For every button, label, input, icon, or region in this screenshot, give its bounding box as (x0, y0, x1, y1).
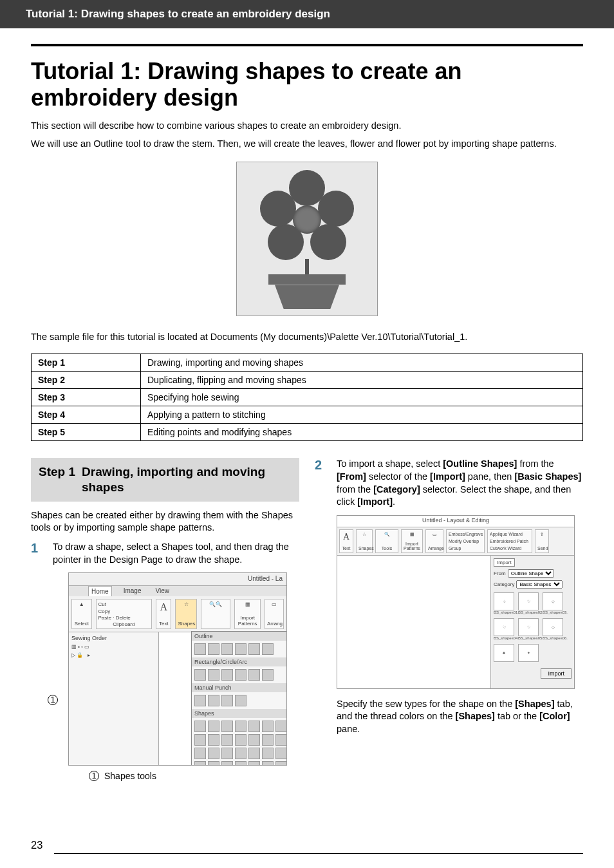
shapes-button[interactable]: ☆Shapes (356, 529, 373, 553)
edit-group: Emboss/Engrave Modify Overlap Group (446, 529, 485, 553)
shape-thumb[interactable]: ✦ (518, 644, 539, 662)
table-row: Step 4Applying a pattern to stitching (32, 406, 583, 424)
hero-illustration (236, 162, 378, 316)
page-header: Tutorial 1: Drawing shapes to create an … (0, 0, 614, 28)
shape-thumb[interactable]: ♣ (494, 644, 514, 662)
step-title: Drawing, importing and moving shapes (82, 464, 292, 495)
category-label: Category (494, 581, 514, 587)
list-item-1: 1 To draw a shape, select a Shapes tool,… (31, 541, 299, 566)
table-row: Step 1Drawing, importing and moving shap… (32, 354, 583, 372)
list-number: 1 (31, 541, 44, 566)
outline-tool-icon[interactable] (194, 643, 206, 655)
table-row: Step 2Duplicating, flipping and moving s… (32, 372, 583, 389)
dropdown-section-rect: Rectangle/Circle/Arc (192, 657, 287, 666)
shape-thumb[interactable]: ◇BS_shapes06. (543, 618, 563, 640)
ribbon: ▲Select Cut Copy Paste · Delete Clipboar… (69, 596, 286, 632)
right-column: 2 To import a shape, select [Outline Sha… (315, 458, 583, 781)
table-row: Step 3Specifying hole sewing (32, 389, 583, 406)
legend-marker-icon: 1 (89, 771, 99, 781)
page-number: 23 (31, 839, 42, 851)
sew-types-note: Specify the sew types for the shape on t… (337, 698, 583, 736)
category-select[interactable]: Basic Shapes (516, 580, 563, 589)
callout-marker-1: 1 (48, 695, 58, 705)
steps-table: Step 1Drawing, importing and moving shap… (31, 354, 583, 441)
import-tab[interactable]: Import (494, 558, 515, 567)
step-number: Step 1 (39, 464, 75, 495)
shape-thumb[interactable]: ◇BS_shapes03. (543, 592, 563, 614)
step1-heading: Step 1 Drawing, importing and moving sha… (31, 458, 299, 502)
legend-1: 1 Shapes tools (89, 771, 299, 781)
dropdown-section-shapes: Shapes (192, 709, 287, 718)
shape-thumb[interactable]: ♤BS_shapes01. (494, 592, 514, 614)
top-rule (31, 44, 583, 46)
window-titlebar: Untitled - La (69, 573, 286, 586)
import-button[interactable]: Import (541, 668, 572, 679)
ribbon-tabs: Home Image View (88, 586, 172, 596)
shape-thumb[interactable]: ♡BS_shapes05. (518, 618, 539, 640)
list-text: To import a shape, select [Outline Shape… (337, 458, 583, 508)
table-row: Step 5Editing points and modifying shape… (32, 424, 583, 441)
import-pane: Import FromOutline Shapes CategoryBasic … (490, 556, 574, 688)
text-button[interactable]: AText (156, 599, 171, 629)
tab-image[interactable]: Image (121, 586, 144, 596)
arrange-group[interactable]: ▭Arrang (265, 599, 284, 629)
window-titlebar: Untitled - Layout & Editing (337, 516, 574, 527)
screenshot-shapes-tool: Untitled - La Home Image View ▲Select Cu… (68, 572, 287, 766)
select-group[interactable]: ▲Select (71, 599, 92, 629)
intro-paragraph-2: We will use an Outline tool to draw the … (31, 137, 583, 150)
shape-thumb[interactable]: ♡BS_shapes04. (494, 618, 514, 640)
shape-thumbnails: ♤BS_shapes01. ♡BS_shapes02. ◇BS_shapes03… (494, 592, 572, 662)
tools-group: 🔍Tools (375, 529, 398, 553)
arrange-button[interactable]: ▭Arrange (425, 529, 443, 553)
step1-intro: Shapes can be created either by drawing … (31, 509, 299, 534)
import-patterns-button[interactable]: ▦Import Patterns (234, 599, 261, 629)
dropdown-section-outline: Outline (192, 632, 287, 641)
tab-home[interactable]: Home (88, 586, 112, 596)
footer-rule (54, 853, 583, 854)
shape-thumb[interactable]: ♡BS_shapes02. (518, 592, 539, 614)
design-canvas[interactable] (337, 556, 490, 688)
text-button[interactable]: AText (339, 529, 353, 553)
screenshot-import-pane: Untitled - Layout & Editing AText ☆Shape… (337, 515, 575, 689)
shapes-button[interactable]: ☆Shapes (175, 599, 197, 629)
list-item-2: 2 To import a shape, select [Outline Sha… (315, 458, 583, 508)
clipboard-group: Cut Copy Paste · Delete Clipboard (96, 599, 153, 629)
dropdown-section-manual: Manual Punch (192, 683, 287, 692)
legend-text: Shapes tools (104, 771, 156, 781)
list-text: To draw a shape, select a Shapes tool, a… (53, 541, 299, 566)
intro-paragraph-1: This section will describe how to combin… (31, 119, 583, 132)
list-number: 2 (315, 458, 328, 508)
shapes-dropdown: Outline Rectangle/Circle/Arc Manual Punc… (191, 631, 287, 766)
cutsew-group: Applique Wizard Embroidered Patch Cutwor… (487, 529, 532, 553)
sewing-order-panel: Sewing Order ▥ ▪ ▫ ▭ ▷ 🔒 ▸ (69, 632, 159, 765)
from-select[interactable]: Outline Shapes (508, 569, 554, 578)
left-column: Step 1 Drawing, importing and moving sha… (31, 458, 299, 781)
zoom-group[interactable]: 🔍🔍 (201, 599, 230, 629)
from-label: From (494, 571, 506, 576)
page-title: Tutorial 1: Drawing shapes to create an … (31, 58, 583, 111)
sample-file-path: The sample file for this tutorial is loc… (31, 332, 583, 342)
tab-view[interactable]: View (153, 586, 172, 596)
page-content: Tutorial 1: Drawing shapes to create an … (0, 28, 614, 781)
import-patterns-button[interactable]: ▦Import Patterns (401, 529, 423, 553)
ribbon: AText ☆Shapes 🔍Tools ▦Import Patterns ▭A… (337, 527, 574, 556)
send-button[interactable]: ⇪Send (535, 529, 549, 553)
